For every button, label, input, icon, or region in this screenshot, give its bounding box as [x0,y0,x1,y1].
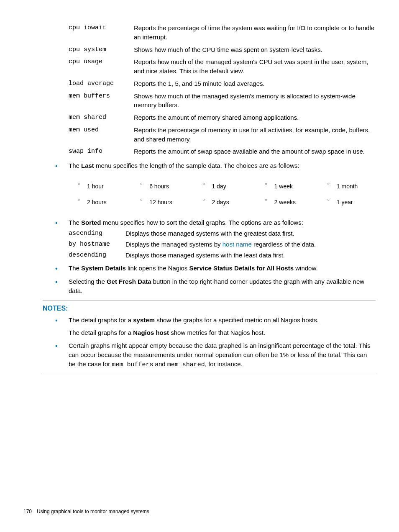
metrics-table: cpu iowait Reports the percentage of tim… [69,23,376,156]
last-option: 6 hours [140,182,188,190]
last-options-grid: 1 hour 6 hours 1 day 1 week 1 month 2 ho… [78,182,376,207]
metric-row: mem used Reports the percentage of memor… [69,126,376,144]
text: The [69,219,81,226]
sorted-row: descending Displays those managed system… [69,251,376,260]
last-option: 1 week [265,182,313,190]
last-menu-item: The Last menu specifies the length of th… [55,161,376,206]
text: and [153,360,167,368]
fresh-data-item: Selecting the Get Fresh Data button in t… [55,277,376,296]
sorted-desc: Displays those managed systems with the … [125,229,376,238]
metric-term: swap info [69,147,134,156]
sorted-desc: Displays those managed systems with the … [125,251,376,260]
bold-text: system [133,316,155,324]
metric-term: mem shared [69,113,134,122]
metric-desc: Shows how much of the managed system's m… [134,92,376,110]
sorted-table: ascending Displays those managed systems… [69,229,376,260]
text: window. [294,265,318,272]
last-option: 1 day [202,182,251,190]
text: The detail graphs for a [69,329,133,336]
sorted-term: descending [69,251,125,260]
last-option: 2 hours [78,198,126,206]
footer-title: Using graphical tools to monitor managed… [37,509,149,514]
metric-term: cpu system [69,45,134,54]
hostname-link[interactable]: host name [223,241,252,248]
metric-term: cpu iowait [69,23,134,42]
metric-row: mem buffers Shows how much of the manage… [69,92,376,110]
text: link opens the Nagios [126,265,189,272]
bold-text: Sorted [81,219,101,226]
metric-row: cpu system Shows how much of the CPU tim… [69,45,376,54]
metric-desc: Reports the amount of memory shared amon… [134,113,376,122]
text: Displays those managed systems with the … [125,230,294,237]
notes-item: The detail graphs for a system show the … [55,316,376,337]
text: The [69,265,81,272]
metric-desc: Reports how much of the managed system's… [134,57,376,76]
metric-term: mem buffers [69,92,134,110]
last-option: 2 weeks [265,198,313,206]
text: Selecting the [69,278,107,285]
text: The [69,162,81,169]
metric-row: load average Reports the 1, 5, and 15 mi… [69,79,376,88]
last-option: 1 hour [78,182,126,190]
metric-row: cpu usage Reports how much of the manage… [69,57,376,76]
sorted-row: by hostname Displays the managed systems… [69,240,376,249]
text-line: The detail graphs for a Nagios host show… [69,328,376,337]
metric-desc: Reports the percentage of memory in use … [134,126,376,144]
text: regardless of the data. [252,241,316,248]
metric-desc: Reports the 1, 5, and 15 minute load ave… [134,79,376,88]
text: , for instance. [205,360,243,368]
sorted-row: ascending Displays those managed systems… [69,229,376,238]
metric-desc: Reports the amount of swap space availab… [134,147,376,156]
metric-term: cpu usage [69,57,134,76]
last-option: 1 month [327,182,376,190]
mono-text: mem shared [167,361,205,368]
metric-desc: Shows how much of the CPU time was spent… [134,45,376,54]
metric-row: cpu iowait Reports the percentage of tim… [69,23,376,42]
horizontal-rule [43,374,376,374]
mono-text: mem buffers [112,361,153,368]
bullet-list: The Last menu specifies the length of th… [55,161,376,296]
text: Displays those managed systems with the … [125,252,285,259]
metric-row: swap info Reports the amount of swap spa… [69,147,376,156]
system-details-item: The System Details link opens the Nagios… [55,264,376,273]
sorted-desc: Displays the managed systems by host nam… [125,240,376,249]
metric-desc: Reports the percentage of time the syste… [134,23,376,42]
bold-text: Get Fresh Data [107,278,151,285]
text: menu specifies the length of the sample … [94,162,299,169]
sorted-menu-item: The Sorted menu specifies how to sort th… [55,218,376,260]
metric-term: load average [69,79,134,88]
metric-term: mem used [69,126,134,144]
notes-list: The detail graphs for a system show the … [55,316,376,370]
text: menu specifies how to sort the detail gr… [101,219,303,226]
bold-text: Service Status Details for All Hosts [189,265,294,272]
bold-text: Last [81,162,94,169]
bold-text: Nagios host [133,329,169,336]
metric-row: mem shared Reports the amount of memory … [69,113,376,122]
text: Displays the managed systems by [125,241,223,248]
last-option: 1 year [327,198,376,206]
page-footer: 170Using graphical tools to monitor mana… [23,508,149,515]
sorted-term: ascending [69,229,125,238]
text: show the graphs for a specified metric o… [155,316,319,324]
notes-heading: NOTES: [43,301,376,313]
text: show metrics for that Nagios host. [169,329,265,336]
bold-text: System Details [81,265,126,272]
page-number: 170 [23,509,32,514]
notes-item: Certain graphs might appear empty becaus… [55,341,376,369]
notes-section: NOTES: The detail graphs for a system sh… [43,301,376,374]
sorted-term: by hostname [69,240,125,249]
text: The detail graphs for a [69,316,133,324]
last-option: 2 days [202,198,251,206]
last-option: 12 hours [140,198,188,206]
